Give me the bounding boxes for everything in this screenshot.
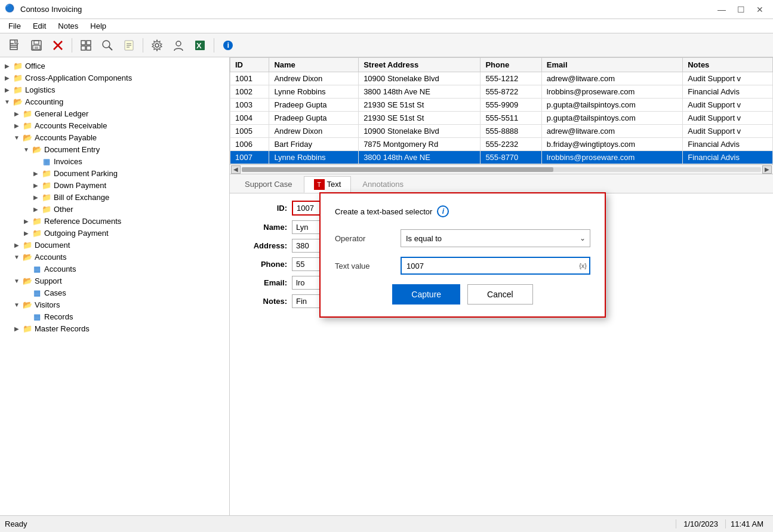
menu-help[interactable]: Help xyxy=(84,20,112,32)
sidebar-item-visitors[interactable]: ▼ 📂 Visitors xyxy=(0,299,229,310)
save-button[interactable] xyxy=(26,36,47,55)
user-button[interactable] xyxy=(168,36,189,55)
col-header-address[interactable]: Street Address xyxy=(359,58,481,72)
grid-button[interactable] xyxy=(76,36,96,55)
table-row[interactable]: 1002Lynne Robbins3800 148th Ave NE555-87… xyxy=(230,85,773,99)
sidebar-item-accounts-receivable[interactable]: ▶ 📁 Accounts Receivable xyxy=(0,119,229,131)
operator-select[interactable]: Is equal to Is not equal to Contains Sta… xyxy=(401,229,590,247)
folder-icon-office: 📁 xyxy=(12,61,24,70)
svg-rect-11 xyxy=(81,41,85,45)
dialog-operator-label: Operator xyxy=(335,234,401,243)
sidebar-label-document-entry: Document Entry xyxy=(43,145,100,154)
sidebar-item-document-parking[interactable]: ▶ 📁 Document Parking xyxy=(0,167,229,179)
folder-icon-down-payment: 📁 xyxy=(41,180,53,190)
sidebar-item-document[interactable]: ▶ 📁 Document xyxy=(0,239,229,251)
svg-text:i: i xyxy=(227,41,230,50)
svg-rect-14 xyxy=(87,46,91,50)
tab-text[interactable]: T Text xyxy=(304,176,352,193)
sidebar-item-logistics[interactable]: ▶ 📁 Logistics xyxy=(0,84,229,96)
table-row[interactable]: 1004Pradeep Gupta21930 SE 51st St555-551… xyxy=(230,112,773,125)
table-row[interactable]: 1006Bart Friday7875 Montgomery Rd555-223… xyxy=(230,138,773,151)
settings-button[interactable] xyxy=(147,36,167,55)
scroll-left-button[interactable]: ◀ xyxy=(231,165,241,174)
folder-icon-visitors: 📂 xyxy=(21,300,33,309)
scroll-right-button[interactable]: ▶ xyxy=(762,165,772,174)
sidebar-label-cross-app: Cross-Application Components xyxy=(24,73,132,82)
sidebar-item-office[interactable]: ▶ 📁 Office xyxy=(0,60,229,72)
col-header-phone[interactable]: Phone xyxy=(481,58,541,72)
col-header-name[interactable]: Name xyxy=(269,58,359,72)
menu-file[interactable]: File xyxy=(2,20,27,32)
toggle-master-records: ▶ xyxy=(12,324,21,333)
col-header-id[interactable]: ID xyxy=(230,58,269,72)
notes-button[interactable] xyxy=(119,36,139,55)
sidebar-item-bill-of-exchange[interactable]: ▶ 📁 Bill of Exchange xyxy=(0,191,229,203)
cancel-button[interactable]: Cancel xyxy=(467,284,533,305)
tab-annotations[interactable]: Annotations xyxy=(352,177,414,192)
dialog-row-operator: Operator Is equal to Is not equal to Con… xyxy=(335,229,590,247)
sidebar-item-master-records[interactable]: ▶ 📁 Master Records xyxy=(0,322,229,334)
new-button[interactable] xyxy=(5,36,25,55)
table-row[interactable]: 1003Pradeep Gupta21930 SE 51st St555-990… xyxy=(230,99,773,112)
grid-scroll-area[interactable]: ID Name Street Address Phone Email Notes… xyxy=(230,57,773,164)
menu-notes[interactable]: Notes xyxy=(52,20,84,32)
maximize-button[interactable]: ☐ xyxy=(732,4,749,16)
sidebar-item-outgoing-payment[interactable]: ▶ 📁 Outgoing Payment xyxy=(0,227,229,239)
delete-button[interactable] xyxy=(48,36,68,55)
sidebar-item-invoices[interactable]: ▶ ▦ Invoices xyxy=(0,155,229,167)
toggle-bill-of-exchange: ▶ xyxy=(31,192,41,202)
col-header-email[interactable]: Email xyxy=(541,58,682,72)
menu-edit[interactable]: Edit xyxy=(27,20,52,32)
folder-icon-accounts-receivable: 📁 xyxy=(21,121,33,130)
toggle-accounts: ▼ xyxy=(12,252,21,262)
sidebar-item-cross-app[interactable]: ▶ 📁 Cross-Application Components xyxy=(0,72,229,84)
svg-rect-6 xyxy=(34,41,39,44)
sidebar-item-other[interactable]: ▶ 📁 Other xyxy=(0,203,229,215)
search-button[interactable] xyxy=(97,36,118,55)
dialog-info-icon[interactable]: i xyxy=(437,205,449,217)
dialog-title: Create a text-based selector i xyxy=(335,205,590,217)
sidebar-item-general-ledger[interactable]: ▶ 📁 General Ledger xyxy=(0,107,229,119)
content-area: ID Name Street Address Phone Email Notes… xyxy=(230,57,773,515)
sidebar-item-reference-documents[interactable]: ▶ 📁 Reference Documents xyxy=(0,215,229,227)
sidebar-item-down-payment[interactable]: ▶ 📁 Down Payment xyxy=(0,179,229,191)
folder-icon-support: 📂 xyxy=(21,276,33,285)
toggle-support: ▼ xyxy=(12,276,21,285)
table-row[interactable]: 1007Lynne Robbins3800 148th Ave NE555-87… xyxy=(230,151,773,164)
sidebar-item-accounts[interactable]: ▼ 📂 Accounts xyxy=(0,251,229,263)
sidebar-item-accounts-payable[interactable]: ▼ 📂 Accounts Payable xyxy=(0,131,229,143)
scroll-thumb[interactable] xyxy=(242,167,553,172)
grid-horizontal-scroll[interactable]: ◀ ▶ xyxy=(230,164,773,174)
form-label-email: Email: xyxy=(244,278,292,287)
data-grid: ID Name Street Address Phone Email Notes… xyxy=(230,57,773,174)
toggle-cross-app: ▶ xyxy=(2,73,12,82)
sidebar-item-accounts-table[interactable]: ▶ ▦ Accounts xyxy=(0,263,229,275)
capture-button[interactable]: Capture xyxy=(392,284,460,305)
table-row[interactable]: 1005Andrew Dixon10900 Stonelake Blvd555-… xyxy=(230,125,773,138)
sidebar-item-accounting[interactable]: ▼ 📂 Accounting xyxy=(0,96,229,107)
sidebar-item-support[interactable]: ▼ 📂 Support xyxy=(0,275,229,287)
titlebar: 🔵 Contoso Invoicing — ☐ ✕ xyxy=(0,0,773,19)
toggle-document-parking: ▶ xyxy=(31,168,41,178)
toggle-document-entry: ▼ xyxy=(21,144,31,154)
table-row[interactable]: 1001Andrew Dixon10900 Stonelake Blvd555-… xyxy=(230,72,773,85)
sidebar-item-records[interactable]: ▶ ▦ Records xyxy=(0,310,229,322)
window-controls: — ☐ ✕ xyxy=(713,4,768,16)
sidebar-item-cases[interactable]: ▶ ▦ Cases xyxy=(0,287,229,299)
sidebar-item-document-entry[interactable]: ▼ 📂 Document Entry xyxy=(0,143,229,155)
text-value-input[interactable] xyxy=(401,257,590,275)
tab-support-case[interactable]: Support Case xyxy=(235,177,303,192)
col-header-notes[interactable]: Notes xyxy=(683,58,773,72)
sidebar-label-accounts-payable: Accounts Payable xyxy=(33,133,97,142)
toggle-other: ▶ xyxy=(31,204,41,214)
info-button[interactable]: i xyxy=(218,36,238,55)
svg-point-21 xyxy=(155,44,159,47)
minimize-button[interactable]: — xyxy=(713,4,730,16)
svg-point-15 xyxy=(103,41,110,48)
close-button[interactable]: ✕ xyxy=(752,4,768,16)
excel-button[interactable]: X xyxy=(190,36,210,55)
sidebar-label-visitors: Visitors xyxy=(33,300,60,309)
toggle-accounts-receivable: ▶ xyxy=(12,121,21,130)
sidebar-label-general-ledger: General Ledger xyxy=(33,109,88,118)
dialog-title-text: Create a text-based selector xyxy=(335,207,432,216)
